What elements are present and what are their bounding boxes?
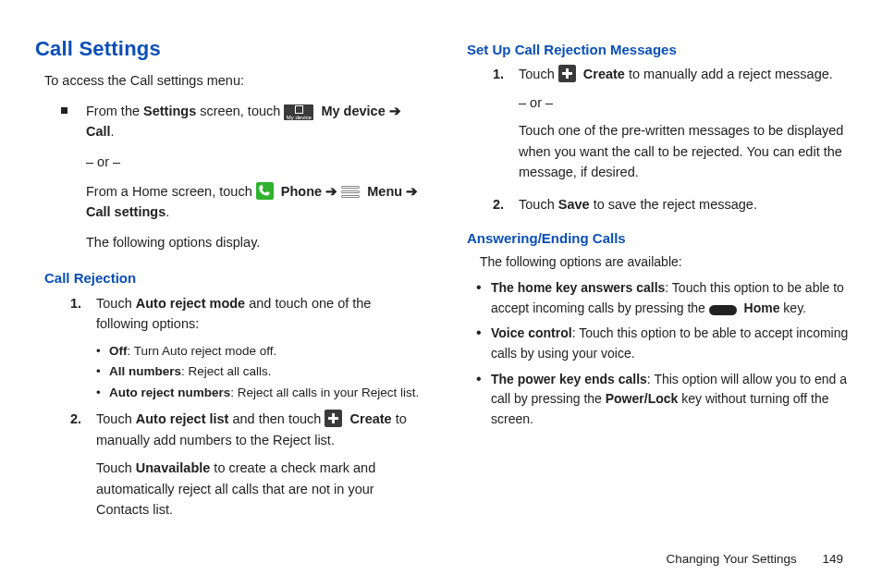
rm-step-1: 1. Touch Create to manually add a reject… bbox=[493, 64, 856, 190]
arrow-icon: ➔ bbox=[389, 104, 401, 118]
answering-opt-voice: • Voice control: Touch this option to be… bbox=[476, 324, 856, 363]
page-number: 149 bbox=[822, 552, 843, 566]
rm-step-2: 2. Touch Save to save the reject message… bbox=[493, 194, 856, 222]
or-divider: – or – bbox=[519, 92, 856, 113]
answering-intro: The following options are available: bbox=[480, 252, 856, 273]
page-footer: Changing Your Settings 149 bbox=[667, 550, 843, 570]
page-columns: Call Settings To access the Call setting… bbox=[35, 33, 856, 532]
phone-icon bbox=[256, 182, 274, 200]
menu-icon bbox=[341, 186, 360, 199]
chapter-title: Changing Your Settings bbox=[667, 552, 797, 566]
options-display-note: The following options display. bbox=[86, 232, 424, 252]
home-key-icon bbox=[709, 305, 737, 315]
plus-icon bbox=[558, 65, 576, 82]
left-column: Call Settings To access the Call setting… bbox=[35, 33, 424, 532]
right-column: Set Up Call Rejection Messages 1. Touch … bbox=[467, 33, 856, 532]
access-path-1: From the Settings screen, touch My devic… bbox=[86, 101, 424, 142]
intro-text: To access the Call settings menu: bbox=[44, 70, 424, 91]
plus-icon bbox=[325, 410, 342, 427]
my-device-icon: My device bbox=[284, 104, 313, 120]
access-path-2: From a Home screen, touch Phone ➔ Menu ➔… bbox=[86, 181, 424, 223]
rejection-messages-heading: Set Up Call Rejection Messages bbox=[467, 39, 856, 60]
step-1: 1. Touch Auto reject mode and touch one … bbox=[70, 293, 424, 406]
arrow-icon: ➔ bbox=[325, 184, 337, 199]
section-heading: Call Settings bbox=[35, 33, 424, 65]
sub-option-all: •All numbers: Reject all calls. bbox=[96, 362, 424, 382]
answering-opt-home: • The home key answers calls: Touch this… bbox=[476, 278, 856, 318]
step-2: 2. Touch Auto reject list and then touch… bbox=[70, 409, 424, 527]
answering-heading: Answering/Ending Calls bbox=[467, 227, 856, 249]
square-bullet-icon bbox=[61, 107, 67, 114]
sub-option-auto: •Auto reject numbers: Reject all calls i… bbox=[96, 384, 424, 403]
access-block: From the Settings screen, touch My devic… bbox=[61, 101, 424, 263]
or-divider: – or – bbox=[86, 152, 424, 172]
call-rejection-heading: Call Rejection bbox=[44, 267, 424, 288]
arrow-icon: ➔ bbox=[406, 184, 418, 199]
answering-opt-power: • The power key ends calls: This option … bbox=[476, 370, 856, 430]
sub-option-off: •Off: Turn Auto reject mode off. bbox=[96, 342, 424, 361]
